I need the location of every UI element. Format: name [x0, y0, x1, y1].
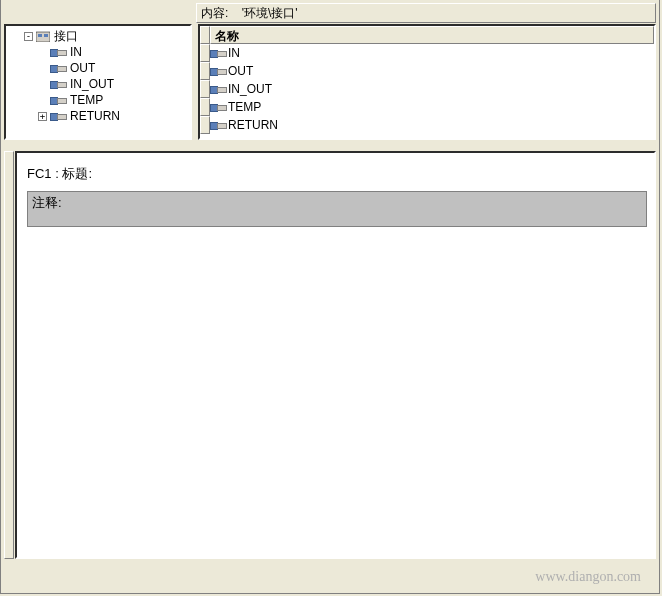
tree-label: OUT [70, 61, 95, 75]
tree-item-inout[interactable]: IN_OUT [38, 76, 188, 92]
cell-name[interactable]: IN_OUT [228, 82, 654, 96]
content-path: '环境\接口' [242, 6, 298, 20]
cell-name[interactable]: OUT [228, 64, 654, 78]
col-handle [200, 26, 210, 44]
table-header: 名称 [200, 26, 654, 44]
var-icon [210, 65, 224, 77]
tree-label: RETURN [70, 109, 120, 123]
var-icon [210, 47, 224, 59]
watermark: www.diangon.com [535, 569, 641, 585]
comment-box[interactable]: 注释: [27, 191, 647, 227]
gutter [4, 151, 14, 559]
row-handle[interactable] [200, 98, 210, 116]
interface-tree[interactable]: - 接口 IN OUT [4, 24, 192, 140]
var-icon [210, 119, 224, 131]
col-name[interactable]: 名称 [210, 26, 654, 44]
var-icon [50, 78, 66, 90]
interface-table[interactable]: 名称 IN OUT IN_OUT TEMP [198, 24, 656, 140]
tree-root[interactable]: - 接口 [24, 28, 188, 44]
tree-label: TEMP [70, 93, 103, 107]
table-row[interactable]: RETURN [200, 116, 654, 134]
cell-name[interactable]: IN [228, 46, 654, 60]
interface-folder-icon [36, 30, 50, 42]
comment-label: 注释: [32, 195, 62, 210]
tree-item-in[interactable]: IN [38, 44, 188, 60]
cell-name[interactable]: RETURN [228, 118, 654, 132]
content-label: 内容: [201, 6, 228, 20]
var-icon [50, 46, 66, 58]
svg-rect-2 [44, 34, 48, 37]
svg-rect-1 [38, 34, 42, 37]
var-icon [210, 83, 224, 95]
top-split: - 接口 IN OUT [4, 24, 656, 142]
table-row[interactable]: IN_OUT [200, 80, 654, 98]
table-row[interactable]: OUT [200, 62, 654, 80]
tree-item-return[interactable]: + RETURN [38, 108, 188, 124]
tree-item-out[interactable]: OUT [38, 60, 188, 76]
tree-item-temp[interactable]: TEMP [38, 92, 188, 108]
var-icon [50, 110, 66, 122]
expand-icon[interactable]: + [38, 112, 47, 121]
row-handle[interactable] [200, 80, 210, 98]
editor-window: 内容: '环境\接口' - 接口 IN [0, 0, 660, 594]
block-title[interactable]: FC1 : 标题: [27, 165, 644, 183]
var-icon [50, 62, 66, 74]
row-handle[interactable] [200, 44, 210, 62]
content-path-bar: 内容: '环境\接口' [196, 3, 656, 23]
row-handle[interactable] [200, 62, 210, 80]
var-icon [210, 101, 224, 113]
horizontal-splitter[interactable] [4, 143, 656, 149]
tree-root-label: 接口 [54, 28, 78, 45]
table-row[interactable]: TEMP [200, 98, 654, 116]
row-handle[interactable] [200, 116, 210, 134]
var-icon [50, 94, 66, 106]
table-row[interactable]: IN [200, 44, 654, 62]
cell-name[interactable]: TEMP [228, 100, 654, 114]
collapse-icon[interactable]: - [24, 32, 33, 41]
tree-label: IN_OUT [70, 77, 114, 91]
code-editor[interactable]: FC1 : 标题: 注释: [15, 151, 656, 559]
tree-label: IN [70, 45, 82, 59]
